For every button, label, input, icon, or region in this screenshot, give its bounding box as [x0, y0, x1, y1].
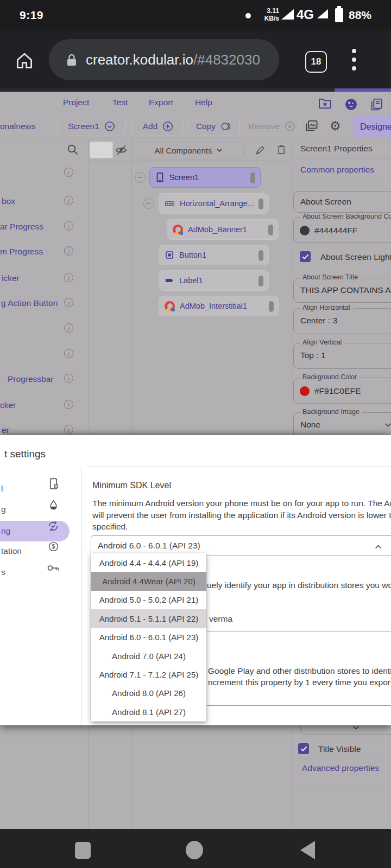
background-color-field[interactable]: Background Color #F91C0EFE — [293, 378, 391, 404]
back-button[interactable] — [300, 841, 315, 859]
tree-node-admob-interstitial1[interactable]: AdMob_Interstitial1 — [159, 296, 279, 316]
prop-section-border — [299, 183, 391, 183]
info-icon[interactable]: i — [64, 273, 73, 282]
tree-node-admob-banner1[interactable]: AdMob_Banner1 — [167, 219, 279, 240]
palette-item-label[interactable]: cker — [0, 400, 16, 410]
add-button[interactable]: Add — [132, 117, 184, 136]
tab-count-button[interactable]: 18 — [305, 51, 327, 73]
browser-menu-icon[interactable] — [352, 49, 356, 73]
drag-handle[interactable] — [250, 173, 255, 183]
nav-item-versioning[interactable]: ng — [1, 526, 10, 536]
rename-pencil-icon[interactable] — [254, 144, 266, 156]
palette-item-label[interactable]: g Action Button — [1, 298, 58, 308]
tree-node-label1[interactable]: Label1 — [159, 270, 269, 291]
nav-item-theming[interactable]: g — [1, 505, 6, 514]
tree-node-screen1[interactable]: Screen1 — [149, 167, 261, 188]
sdk-option[interactable]: Android 6.0 - 6.0.1 (API 23) — [91, 628, 206, 647]
field-label: About Screen Title — [300, 273, 361, 281]
search-icon[interactable] — [66, 143, 79, 156]
sdk-option[interactable]: Android 8.0 (API 26) — [91, 684, 206, 703]
light-theme-checkbox[interactable] — [300, 251, 311, 262]
nav-item-general[interactable]: l — [1, 484, 3, 494]
phone-gear-icon[interactable] — [47, 477, 60, 490]
network-speed-value: 3.11 — [255, 7, 279, 15]
sdk-option[interactable]: Android 7.1 - 7.1.2 (API 25) — [91, 665, 206, 684]
folder-star-icon[interactable] — [318, 98, 332, 110]
drag-handle[interactable] — [268, 225, 273, 235]
copy-pages-icon[interactable] — [369, 98, 383, 111]
eye-off-icon[interactable] — [115, 144, 128, 157]
info-icon[interactable]: i — [64, 196, 73, 205]
tree-node-horizontal-arrangement[interactable]: Horizontal_Arrange... — [159, 193, 269, 214]
info-icon[interactable]: i — [64, 221, 73, 231]
assets-icon[interactable] — [304, 119, 319, 133]
menu-export[interactable]: Export — [149, 98, 173, 107]
about-screen-field[interactable]: About Screen — [293, 191, 391, 213]
drag-handle[interactable] — [258, 199, 263, 209]
palette-item-label[interactable]: er — [2, 425, 9, 435]
palette-item-label[interactable]: ar Progress — [0, 222, 43, 232]
sdk-option[interactable]: Android 4.4 - 4.4.4 (API 19) — [91, 553, 206, 572]
palette-item-label[interactable]: Progressbar — [8, 374, 53, 384]
sdk-option[interactable]: Android 8.1 (API 27) — [91, 703, 206, 721]
sync-check-icon[interactable] — [47, 520, 60, 533]
background-image-field[interactable]: Background Image None — [293, 412, 391, 438]
info-icon[interactable]: i — [64, 400, 73, 409]
component-filter-dropdown[interactable]: All Components — [134, 141, 244, 159]
home-icon[interactable] — [14, 50, 35, 71]
sdk-option[interactable]: Android 5.0 - 5.0.2 (API 21) — [91, 591, 206, 609]
collapse-toggle-icon[interactable] — [135, 172, 146, 183]
properties-divider — [292, 138, 292, 434]
url-bar[interactable]: creator.kodular.io/#4832030 — [49, 39, 279, 80]
info-icon[interactable]: i — [64, 298, 73, 307]
advanced-properties-link[interactable]: Advanced properties — [302, 763, 379, 773]
tab-designer[interactable]: Designer — [353, 116, 391, 138]
home-button[interactable] — [186, 841, 203, 859]
sdk-option-focused[interactable]: Android 4.4Wear (API 20) — [91, 572, 206, 590]
palette-item-label[interactable]: m Progress — [0, 247, 43, 257]
key-icon[interactable] — [47, 563, 60, 573]
account-face-icon[interactable] — [344, 98, 358, 111]
palette-item-label[interactable]: icker — [2, 273, 20, 283]
sdk-option[interactable]: Android 7.0 (API 24) — [91, 647, 206, 665]
copy-button[interactable]: Copy — [188, 117, 240, 136]
collapse-toggle-icon[interactable] — [143, 198, 154, 209]
sdk-option-highlighted[interactable]: Android 5.1 - 5.1.1 (API 22) — [91, 609, 206, 628]
common-properties-link[interactable]: Common properties — [300, 165, 374, 175]
drag-handle[interactable] — [258, 250, 263, 261]
palette-item-label[interactable]: box — [2, 196, 15, 206]
info-icon[interactable]: i — [64, 246, 73, 256]
align-vertical-field[interactable]: Align Vertical Top : 1 — [293, 343, 391, 369]
info-icon[interactable]: i — [64, 374, 73, 383]
delete-trash-icon[interactable] — [275, 144, 287, 156]
about-screen-bg-color-field[interactable]: About Screen Background Col #444444FF — [293, 217, 391, 243]
title-visible-checkbox[interactable] — [298, 743, 309, 754]
about-screen-title-field[interactable]: About Screen Title THIS APP CONTAINS ALL… — [293, 278, 391, 303]
nav-item-monetization[interactable]: tation — [1, 546, 22, 556]
screen-selector-button[interactable]: Screen1 — [57, 117, 126, 136]
info-icon[interactable]: i — [64, 349, 73, 358]
menu-project[interactable]: Project — [63, 98, 89, 107]
menu-help[interactable]: Help — [195, 98, 212, 107]
viewer-search-input[interactable] — [90, 142, 113, 158]
drag-handle[interactable] — [269, 301, 274, 312]
tree-node-button1[interactable]: Button1 — [159, 245, 269, 265]
info-icon[interactable]: i — [64, 168, 73, 177]
align-horizontal-field[interactable]: Align Horizontal Center : 3 — [293, 308, 391, 334]
info-icon[interactable]: i — [64, 425, 73, 434]
info-icon[interactable]: i — [64, 323, 73, 333]
dollar-circle-icon[interactable]: $ — [48, 541, 59, 552]
recents-button[interactable] — [75, 842, 91, 859]
nav-item-permissions[interactable]: s — [1, 567, 5, 577]
drag-handle[interactable] — [258, 276, 263, 286]
sdk-select-value: Android 6.0 - 6.0.1 (API 23) — [98, 541, 200, 551]
color-swatch — [300, 386, 310, 396]
version-desc-fragment: Google Play and other distribution store… — [208, 666, 391, 676]
droplet-icon[interactable] — [48, 499, 59, 511]
settings-gear-icon[interactable]: ⚙ — [330, 120, 341, 132]
remove-button[interactable]: Remove — [244, 117, 300, 136]
copy-button-label: Copy — [196, 122, 216, 131]
menu-test[interactable]: Test — [112, 98, 128, 107]
tree-node-label: Label1 — [179, 276, 203, 285]
modal-nav-divider — [81, 467, 82, 725]
